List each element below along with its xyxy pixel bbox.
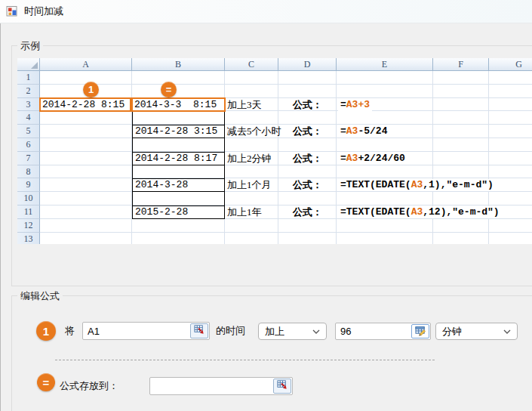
row-header: 13 — [17, 233, 40, 244]
amount-input[interactable] — [336, 323, 411, 339]
cell-c7: 加上2分钟 — [227, 152, 272, 165]
edit-formula-groupbox-label: 编辑公式 — [17, 290, 63, 302]
amount-field — [335, 323, 431, 340]
example-groupbox: 示例 A B C D E F G 1 2 3 4 5 6 7 — [11, 45, 532, 286]
row-header: 4 — [17, 111, 40, 125]
range-picker-icon — [277, 379, 288, 393]
select-all-triangle-icon — [31, 62, 38, 69]
cell-b9: 2014-3-28 — [132, 178, 225, 192]
cell-c5: 减去5个小时 — [227, 125, 281, 138]
cell-d5-formula-label: 公式： — [278, 125, 337, 138]
edit-formula-groupbox: 编辑公式 1 将 的时间 — [11, 295, 532, 411]
cell-c3: 加上3天 — [227, 98, 262, 112]
cell-b5: 2014-2-28 3:15 — [132, 125, 225, 138]
example-groupbox-label: 示例 — [17, 40, 43, 52]
cell-a3: 2014-2-28 8:15 — [39, 97, 131, 113]
badge-result-cell: = — [161, 82, 177, 97]
chevron-down-icon — [503, 329, 511, 334]
window-titlebar[interactable]: 时间加减 — [0, 0, 532, 23]
badge-source-cell: 1 — [83, 82, 99, 97]
cell-b7: 2014-2-28 8:17 — [132, 152, 225, 165]
select-all-corner — [17, 58, 40, 71]
cell-e11-formula: =TEXT(EDATE(A3,12),″e-m-d″) — [338, 206, 502, 218]
range-picker-icon — [194, 324, 205, 338]
column-header-b: B — [132, 58, 225, 71]
target-range-picker-button[interactable] — [273, 379, 291, 394]
column-header-f: F — [433, 58, 489, 71]
row-header: 10 — [17, 192, 40, 206]
operation-select-value: 加上 — [259, 326, 312, 337]
row-header: 3 — [17, 98, 40, 112]
cell-b3: 2014-3-3 8:15 — [131, 97, 226, 113]
row-header: 5 — [17, 125, 40, 138]
column-header-row: A B C D E F G — [17, 58, 532, 71]
cell-d3-formula-label: 公式： — [278, 98, 337, 112]
cell-d11-formula-label: 公式： — [278, 206, 337, 219]
row-header: 11 — [17, 206, 40, 219]
table-edit-button[interactable] — [411, 324, 429, 338]
cell-d9-formula-label: 公式： — [278, 178, 337, 192]
column-header-e: E — [337, 58, 433, 71]
sheet-body: 2014-2-28 8:15 2014-3-3 8:15 加上3天 公式： =A… — [40, 71, 532, 244]
column-header-a: A — [40, 58, 132, 71]
dashed-separator — [55, 360, 435, 360]
prefix-label: 将 — [65, 325, 75, 337]
row-header: 1 — [17, 71, 40, 85]
cell-c11: 加上1年 — [227, 206, 262, 219]
operation-select[interactable]: 加上 — [258, 323, 327, 340]
cell-e3-formula: =A3+3 — [338, 99, 372, 111]
spreadsheet: A B C D E F G 1 2 3 4 5 6 7 8 9 10 11 — [17, 58, 532, 244]
middle-label: 的时间 — [216, 325, 245, 337]
row-header: 8 — [17, 165, 40, 179]
unit-select[interactable]: 分钟 — [435, 323, 518, 340]
target-cell-input[interactable] — [150, 378, 272, 394]
row-header: 9 — [17, 178, 40, 192]
table-edit-icon — [415, 325, 426, 338]
window-left-edge — [0, 23, 1, 411]
cell-ref-input[interactable] — [83, 323, 189, 339]
cell-e7-formula: =A3+2/24/60 — [338, 153, 407, 165]
cell-c9: 加上1个月 — [227, 178, 272, 192]
dialog-window: 时间加减 示例 A B C D E F G 1 2 3 4 5 — [0, 0, 532, 411]
target-cell-field — [149, 377, 293, 395]
app-icon — [6, 5, 18, 17]
cell-d7-formula-label: 公式： — [278, 152, 337, 165]
cell-e5-formula: =A3-5/24 — [338, 125, 389, 138]
row-header: 2 — [17, 85, 40, 98]
row-header: 6 — [17, 138, 40, 152]
column-header-g: G — [489, 58, 532, 71]
range-picker-button[interactable] — [190, 323, 208, 338]
row-header: 12 — [17, 219, 40, 233]
row-header: 7 — [17, 152, 40, 165]
cell-e9-formula: =TEXT(EDATE(A3,1),″e-m-d″) — [338, 179, 496, 191]
window-title: 时间加减 — [24, 5, 63, 18]
chevron-down-icon — [312, 329, 320, 334]
column-header-d: D — [278, 58, 337, 71]
row-header-column: 1 2 3 4 5 6 7 8 9 10 11 12 13 — [17, 71, 40, 244]
step1-badge: 1 — [36, 321, 56, 341]
unit-select-value: 分钟 — [436, 326, 503, 337]
column-header-c: C — [225, 58, 278, 71]
cell-ref-field — [82, 322, 210, 340]
target-label: 公式存放到： — [60, 380, 118, 392]
step2-badge: = — [37, 373, 55, 391]
cell-b11: 2015-2-28 — [132, 206, 225, 219]
